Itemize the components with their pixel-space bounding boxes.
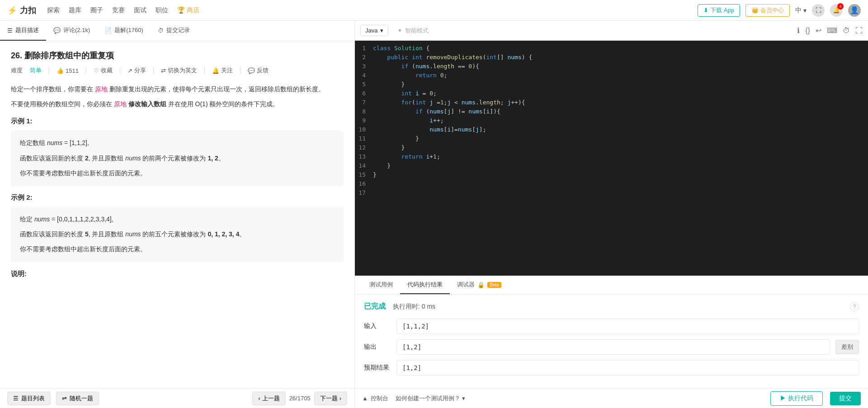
- tab-comments[interactable]: 💬 评论(2.1k): [46, 21, 97, 41]
- submit-button[interactable]: 提交: [830, 392, 861, 405]
- fullscreen-expand-icon[interactable]: ⛶: [855, 27, 863, 35]
- code-line-2: 2 public int removeDuplicates(int[] nums…: [355, 53, 868, 62]
- how-to-test-link[interactable]: 如何创建一个测试用例？ ▾: [396, 394, 465, 403]
- example2-box: 给定 nums = [0,0,1,1,1,2,2,3,3,4], 函数应该返回新…: [11, 206, 344, 263]
- nav-contest[interactable]: 竞赛: [112, 6, 125, 14]
- download-app-button[interactable]: ⬇ 下载 App: [698, 4, 740, 17]
- tab-testcase[interactable]: 测试用例: [362, 276, 400, 294]
- chevron-right-icon: ›: [340, 395, 341, 402]
- share-icon: ↗: [127, 67, 132, 74]
- problem-list-button[interactable]: ☰ 题目列表: [7, 392, 51, 405]
- example2-title: 示例 2:: [11, 193, 344, 202]
- code-line-17: 17: [355, 189, 868, 198]
- code-line-10: 10 nums[i]=nums[j];: [355, 126, 868, 135]
- language-selector[interactable]: 中 ▾: [795, 6, 807, 14]
- lang-label: Java: [365, 27, 377, 34]
- terminal-icon[interactable]: ⌨: [827, 26, 837, 35]
- nav-right: ⬇ 下载 App 👑 会员中心 中 ▾ ⛶ 🔔 4 👤: [698, 4, 861, 17]
- ai-mode-toggle[interactable]: ✦ 智能模式: [397, 27, 429, 35]
- tab-debugger[interactable]: 调试器 🔒 Beta: [450, 276, 509, 294]
- language-dropdown[interactable]: Java ▾: [360, 25, 388, 36]
- divider: [120, 67, 120, 74]
- nav-interview[interactable]: 面试: [134, 6, 146, 14]
- main-container: ☰ 题目描述 💬 评论(2.1k) 📄 题解(1760) ⏱ 提交记录 26. …: [0, 21, 868, 408]
- bottom-panel: 测试用例 代码执行结果 调试器 🔒 Beta 已完成 执行用时: 0 ms ? …: [355, 276, 868, 408]
- output-label: 输出: [364, 343, 391, 351]
- nav-menu: 探索 题库 圈子 竞赛 面试 职位 🏆 商店: [47, 6, 199, 14]
- feedback-button[interactable]: 💬 反馈: [248, 66, 269, 75]
- follow-button[interactable]: 🔔 关注: [212, 66, 233, 75]
- user-avatar[interactable]: 👤: [848, 4, 861, 17]
- format-icon[interactable]: {}: [805, 27, 810, 35]
- diff-button[interactable]: 差别: [835, 340, 859, 354]
- heart-icon: ♡: [94, 67, 99, 74]
- tab-execution-result[interactable]: 代码执行结果: [400, 276, 450, 294]
- divider: [49, 67, 49, 74]
- random-problem-button[interactable]: ⇌ 随机一题: [56, 392, 99, 405]
- logo[interactable]: ⚡ 力扣: [7, 5, 36, 16]
- solutions-icon: 📄: [104, 27, 112, 34]
- tab-description[interactable]: ☰ 题目描述: [0, 21, 46, 41]
- fullscreen-icon[interactable]: ⛶: [812, 4, 825, 17]
- problem-tabs: ☰ 题目描述 💬 评论(2.1k) 📄 题解(1760) ⏱ 提交记录: [0, 21, 354, 41]
- divider: [204, 67, 205, 74]
- settings-icon[interactable]: ⏱: [843, 27, 850, 35]
- code-line-9: 9 i++;: [355, 117, 868, 126]
- nav-explore[interactable]: 探索: [47, 6, 60, 14]
- result-status: 已完成: [364, 302, 386, 311]
- chevron-down-icon: ▾: [462, 395, 465, 402]
- example1-box: 给定数组 nums = [1,1,2], 函数应该返回新的长度 2, 并且原数组…: [11, 130, 344, 186]
- undo-icon[interactable]: ↩: [816, 26, 821, 35]
- difficulty-value: 简单: [30, 66, 42, 75]
- nav-community[interactable]: 圈子: [90, 6, 103, 14]
- result-header: 已完成 执行用时: 0 ms ?: [364, 302, 859, 311]
- shuffle-icon: ⇌: [62, 395, 67, 402]
- code-line-4: 4 return 0;: [355, 71, 868, 80]
- thumbs-up-icon: 👍: [57, 67, 64, 74]
- expected-label: 预期结果: [364, 364, 391, 372]
- feedback-icon: 💬: [248, 67, 255, 74]
- problem-bottom-bar: ☰ 题目列表 ⇌ 随机一题 ‹ 上一题 26/1705 下一题 ›: [0, 388, 354, 408]
- prev-problem-button[interactable]: ‹ 上一题: [252, 392, 285, 405]
- code-line-11: 11 }: [355, 135, 868, 144]
- translate-icon: ⇄: [161, 67, 166, 74]
- output-value: [1,2]: [396, 339, 830, 355]
- code-line-1: 1 class Solution {: [355, 44, 868, 53]
- run-code-button[interactable]: ▶ 执行代码: [770, 391, 823, 406]
- divider: [86, 67, 86, 74]
- download-icon: ⬇: [703, 7, 708, 14]
- problem-content: 26. 删除排序数组中的重复项 难度 简单 👍 1511 ♡ 收藏 ↗: [0, 41, 354, 388]
- share-button[interactable]: ↗ 分享: [127, 66, 146, 75]
- code-line-14: 14 }: [355, 162, 868, 171]
- divider: [153, 67, 154, 74]
- code-line-3: 3 if (nums.length == 0){: [355, 62, 868, 71]
- member-center-button[interactable]: 👑 会员中心: [745, 4, 790, 17]
- collect-button[interactable]: ♡ 收藏: [94, 66, 113, 75]
- nav-jobs[interactable]: 职位: [156, 6, 168, 14]
- chevron-left-icon: ‹: [258, 395, 260, 402]
- expected-value: [1,2]: [396, 360, 859, 375]
- lock-icon: 🔒: [477, 281, 485, 288]
- page-indicator: 26/1705: [289, 395, 311, 402]
- divider: [240, 67, 241, 74]
- next-problem-button[interactable]: 下一题 ›: [314, 392, 347, 405]
- like-button[interactable]: 👍 1511: [57, 67, 79, 74]
- action-bar: ▲ 控制台 如何创建一个测试用例？ ▾ ▶ 执行代码 提交: [355, 388, 868, 408]
- code-line-13: 13 return i+1;: [355, 153, 868, 162]
- example1-title: 示例 1:: [11, 117, 344, 126]
- console-button[interactable]: ▲ 控制台: [362, 394, 388, 403]
- beta-badge: Beta: [487, 282, 501, 288]
- help-icon[interactable]: ?: [850, 302, 859, 311]
- input-row: 输入 [1,1,2]: [364, 319, 859, 334]
- ai-icon: ✦: [397, 27, 402, 34]
- nav-store[interactable]: 🏆 商店: [177, 6, 199, 14]
- translate-button[interactable]: ⇄ 切换为英文: [161, 66, 197, 75]
- info-icon[interactable]: ℹ: [797, 26, 800, 35]
- notification-icon[interactable]: 🔔 4: [830, 4, 843, 17]
- difficulty-row: 难度 简单 👍 1511 ♡ 收藏 ↗ 分享: [11, 66, 344, 75]
- tab-submissions[interactable]: ⏱ 提交记录: [151, 21, 197, 41]
- code-editor[interactable]: 1 class Solution { 2 public int removeDu…: [355, 41, 868, 276]
- chevron-down-icon: ▾: [803, 7, 807, 14]
- nav-problems[interactable]: 题库: [69, 6, 81, 14]
- tab-solutions[interactable]: 📄 题解(1760): [97, 21, 151, 41]
